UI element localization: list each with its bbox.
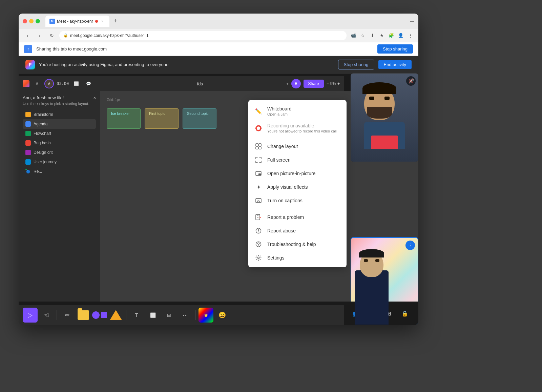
figma-list-item-flowchart[interactable]: Flowchart (23, 129, 96, 138)
settings-label: Settings (267, 255, 285, 261)
frame-tool[interactable]: ⬜ (145, 308, 160, 323)
visual-effects-icon: ✦ (255, 184, 262, 190)
close-button[interactable] (23, 19, 27, 23)
select-tool[interactable]: ▷ (23, 308, 38, 323)
menu-item-report-problem[interactable]: Report a problem (248, 210, 347, 224)
sticky-ice-breaker: Ice breaker (107, 108, 141, 129)
figma-area: # A 03:00 ⬜ 💬 fds ▾ E Share − 9% + Ann, … (19, 74, 418, 325)
tab-favicon: M (49, 19, 55, 24)
menu-item-whiteboard[interactable]: ✏️ Whiteboard Open a Jam (248, 103, 347, 120)
profile-icon[interactable]: 👤 (397, 32, 405, 40)
forward-button[interactable]: › (35, 31, 44, 40)
menu-item-settings[interactable]: Settings (248, 251, 347, 265)
circle-shape (92, 311, 100, 319)
lock-button[interactable]: 🔒 (398, 307, 412, 320)
bugbash-label: Bug bash (34, 141, 51, 145)
bookmark-icon[interactable]: ☆ (359, 32, 367, 40)
figma-list-item-brainstorm[interactable]: Brainstorm (23, 110, 96, 119)
menu-item-pip[interactable]: Open picture-in-picture (248, 167, 347, 180)
emoji-tool[interactable]: 😀 (215, 308, 230, 323)
person2-eye-right (375, 259, 379, 262)
troubleshooting-label: Troubleshooting & help (267, 242, 316, 247)
toolbar-separator-2 (126, 310, 126, 320)
stop-sharing-chrome-button[interactable]: Stop sharing (377, 44, 413, 54)
menu-item-report-abuse[interactable]: Report abuse (248, 224, 347, 238)
captions-label: Turn on captions (267, 198, 303, 203)
address-bar[interactable]: 🔒 meet.google.com/aky-hzpk-ehr?authuser=… (59, 31, 347, 40)
zoom-minus[interactable]: − (327, 81, 329, 86)
sticky-second-topic: Second topic (183, 108, 216, 129)
figma-list-item-userjourney[interactable]: User journey (23, 157, 96, 167)
shapes-tool[interactable] (92, 308, 107, 323)
designcrit-icon (25, 150, 31, 155)
person1-body (364, 122, 405, 149)
figma-timer: 03:00 (57, 81, 69, 86)
active-tab[interactable]: M Meet - aky-hzpk-ehr × (45, 16, 109, 27)
more-options-person2[interactable]: ⋮ (405, 241, 415, 250)
menu-icon[interactable]: ⋮ (406, 32, 414, 40)
menu-item-recording: ⭕ Recording unavailable You're not allow… (248, 120, 347, 137)
new-tab-button[interactable]: + (111, 17, 120, 26)
maximize-button[interactable] (36, 19, 40, 23)
figma-list-item-bugbash[interactable]: Bug bash (23, 138, 96, 148)
table-tool[interactable]: ⊞ (162, 308, 176, 323)
whiteboard-content: Whiteboard Open a Jam (267, 106, 292, 116)
text-tool[interactable]: T (129, 308, 144, 323)
figma-pages-button[interactable]: ⬜ (71, 79, 81, 88)
menu-item-visual-effects[interactable]: ✦ Apply visual effects (248, 180, 347, 194)
back-button[interactable]: ‹ (23, 31, 32, 40)
pip-icon (255, 170, 262, 177)
person1-face (364, 86, 395, 120)
sticker-tool[interactable]: ⭐ (199, 308, 213, 323)
extensions-icon[interactable]: 🧩 (387, 32, 395, 40)
figma-filename: fds (197, 81, 203, 86)
whiteboard-subtitle: Open a Jam (267, 112, 292, 116)
figma-comment-button[interactable]: 💬 (84, 79, 93, 88)
menu-item-change-layout[interactable]: Change layout (248, 140, 347, 153)
troubleshooting-icon (255, 241, 262, 248)
star-icon[interactable]: ★ (378, 32, 386, 40)
pencil-tool[interactable]: ✏ (60, 308, 75, 323)
figma-panel-close-icon[interactable]: × (93, 95, 96, 100)
menu-item-troubleshooting[interactable]: Troubleshooting & help (248, 238, 347, 251)
camera-icon[interactable]: 📹 (349, 32, 357, 40)
agenda-label: Agenda (34, 122, 47, 126)
brainstorm-label: Brainstorm (34, 112, 53, 117)
person1-eye-right (384, 97, 390, 100)
more-tools-button[interactable]: ··· (178, 308, 193, 323)
traffic-lights (23, 19, 40, 23)
folder-tool[interactable] (76, 308, 91, 323)
figma-panel-title: Ann, a fresh new file! × (23, 95, 96, 100)
figma-list-item-agenda[interactable]: Agenda (23, 119, 96, 129)
hand-tool[interactable]: ☜ (39, 308, 54, 323)
person1-beard (367, 107, 392, 119)
meet-content: F You're hosting an activity using Figma… (19, 56, 418, 325)
figma-list-item-re[interactable]: 🔵 Re... (23, 167, 96, 176)
flowchart-icon (25, 131, 31, 136)
re-label: Re... (34, 169, 42, 174)
menu-item-captions[interactable]: CC Turn on captions (248, 194, 347, 207)
whiteboard-icon: ✏️ (255, 108, 262, 115)
captions-icon: CC (255, 197, 262, 204)
tab-close-button[interactable]: × (100, 19, 105, 24)
url-text: meet.google.com/aky-hzpk-ehr?authuser=1 (70, 33, 149, 38)
refresh-button[interactable]: ↻ (47, 31, 57, 40)
zoom-plus[interactable]: + (337, 81, 340, 86)
download-icon[interactable]: ⬇ (368, 32, 376, 40)
re-icon: 🔵 (25, 169, 31, 174)
figma-grid-button[interactable]: # (32, 79, 42, 88)
menu-item-full-screen[interactable]: Full screen (248, 153, 347, 167)
figma-user-avatar: A (44, 79, 54, 88)
zoom-value: 9% (330, 81, 336, 86)
video-panel-person1: 🎤🔇 (351, 74, 418, 162)
triangle-tool[interactable] (108, 308, 123, 323)
figma-share-button[interactable]: Share (304, 80, 324, 88)
userjourney-label: User journey (34, 160, 57, 164)
end-activity-button[interactable]: End activity (378, 60, 412, 69)
minimize-button[interactable] (29, 19, 34, 23)
recording-label: Recording unavailable (267, 123, 337, 128)
figma-list-item-designcrit[interactable]: Design crit (23, 148, 96, 157)
stop-sharing-button[interactable]: Stop sharing (338, 60, 374, 69)
figma-zoom-control[interactable]: − 9% + (327, 81, 340, 86)
bugbash-icon (25, 140, 31, 146)
